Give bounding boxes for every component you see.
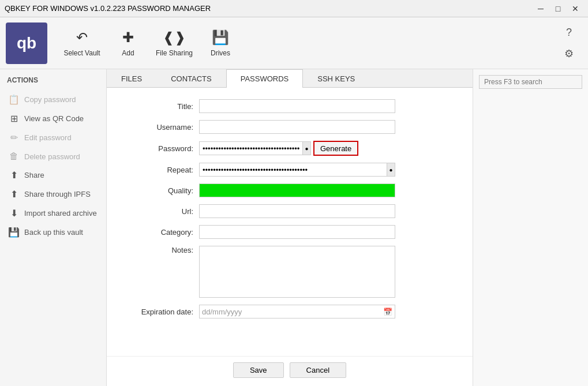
sidebar-item-7[interactable]: 💾Back up this vault [5,224,102,241]
sidebar-label-7: Back up this vault [24,228,83,237]
help-button[interactable]: ? [560,24,578,42]
maximize-button[interactable]: □ [550,2,566,16]
add-label: Add [122,49,134,57]
expiration-label: Expiration date: [124,308,193,316]
sidebar-item-5[interactable]: ⬆Share through IPFS [5,186,102,203]
sidebar-icon-6: ⬇ [8,208,20,219]
calendar-icon: 📅 [383,308,392,316]
minimize-button[interactable]: ─ [533,2,549,16]
add-icon: ✚ [122,29,134,46]
sidebar-item-0: 📋Copy password [5,91,102,108]
app-logo: qb [6,23,47,64]
category-input[interactable] [199,225,395,239]
password-input-area: ● Generate [199,141,358,156]
sidebar-icon-4: ⬆ [8,170,20,181]
toolbar-right: ? ⚙ [560,24,582,62]
url-label: Url: [124,207,193,216]
sidebar-label-2: Edit password [24,133,72,142]
sidebar-label-0: Copy password [24,95,76,104]
tab-contacts[interactable]: CONTACTS [156,69,226,88]
title-label: Title: [124,102,193,111]
notes-input[interactable] [199,246,395,298]
sidebar-label-1: View as QR Code [24,114,84,123]
sidebar-item-6[interactable]: ⬇Import shared archive [5,205,102,222]
generate-button[interactable]: Generate [313,141,358,156]
category-label: Category: [124,228,193,237]
select-vault-label: Select Vault [63,49,100,57]
repeat-peek-button[interactable]: ● [387,163,395,176]
save-button[interactable]: Save [233,362,284,378]
add-button[interactable]: ✚ Add [105,20,151,66]
repeat-label: Repeat: [124,166,193,174]
username-row: Username: [124,120,455,134]
sidebar-icon-7: 💾 [8,227,20,238]
sidebar-label-6: Import shared archive [24,209,97,218]
password-input-wrap: ● [199,141,311,155]
settings-button[interactable]: ⚙ [560,45,578,62]
tabs: FILESCONTACTSPASSWORDSSSH KEYS [107,69,473,88]
date-placeholder: dd/mm/yyyy [202,308,242,316]
notes-label: Notes: [124,246,193,254]
sidebar-item-1[interactable]: ⊞View as QR Code [5,110,102,127]
main-area: ACTIONS 📋Copy password⊞View as QR Code✏E… [0,69,588,386]
password-form: Title: Username: Password: ● Generate Re… [107,88,473,356]
repeat-row: Repeat: ● [124,163,455,177]
quality-row: Quality: [124,183,455,197]
cancel-button[interactable]: Cancel [290,362,346,378]
search-input[interactable] [479,75,582,89]
drives-label: Drives [211,49,230,57]
username-label: Username: [124,123,193,132]
expiration-row: Expiration date: dd/mm/yyyy 📅 [124,305,455,318]
sidebar-icon-2: ✏ [8,132,20,143]
sidebar: ACTIONS 📋Copy password⊞View as QR Code✏E… [0,69,107,386]
sidebar-icon-0: 📋 [8,94,20,105]
category-row: Category: [124,225,455,239]
tab-ssh-keys[interactable]: SSH KEYS [303,69,369,88]
sidebar-icon-3: 🗑 [8,151,20,162]
right-panel [473,69,588,386]
password-row: Password: ● Generate [124,141,455,156]
back-icon: ↶ [76,29,88,46]
tab-files[interactable]: FILES [107,69,156,88]
quality-label: Quality: [124,186,193,195]
sidebar-label-4: Share [24,171,44,179]
file-sharing-label: File Sharing [156,49,193,57]
window-controls: ─ □ ✕ [533,2,583,16]
titlebar: QBKEY FOR WINDOWS v1.0.2.223 PASSWORD MA… [0,0,588,17]
title-row: Title: [124,99,455,113]
close-button[interactable]: ✕ [567,2,583,16]
sidebar-title: ACTIONS [5,76,102,84]
file-sharing-button[interactable]: ❰❱ File Sharing [151,20,197,66]
date-input-wrap[interactable]: dd/mm/yyyy 📅 [199,305,395,318]
url-input[interactable] [199,204,395,218]
quality-bar [200,184,395,197]
sidebar-item-2: ✏Edit password [5,129,102,146]
form-footer: Save Cancel [107,356,473,386]
password-input[interactable] [200,142,302,155]
select-vault-button[interactable]: ↶ Select Vault [59,20,105,66]
app-title: QBKEY FOR WINDOWS v1.0.2.223 PASSWORD MA… [5,4,211,13]
sidebar-icon-1: ⊞ [8,113,20,124]
sidebar-label-3: Delete password [24,152,80,161]
drives-button[interactable]: 💾 Drives [197,20,244,66]
sidebar-label-5: Share through IPFS [24,190,91,198]
quality-bar-container [199,183,395,197]
repeat-input[interactable] [200,163,387,176]
share-icon: ❰❱ [163,29,186,46]
toolbar: qb ↶ Select Vault ✚ Add ❰❱ File Sharing … [0,17,588,69]
drives-icon: 💾 [212,29,229,46]
sidebar-icon-5: ⬆ [8,189,20,200]
password-peek-button[interactable]: ● [302,142,310,155]
username-input[interactable] [199,120,395,134]
password-label: Password: [124,144,193,153]
repeat-input-wrap: ● [199,163,395,177]
tab-passwords[interactable]: PASSWORDS [226,69,304,88]
sidebar-item-3: 🗑Delete password [5,148,102,164]
sidebar-item-4[interactable]: ⬆Share [5,167,102,183]
url-row: Url: [124,204,455,218]
notes-row: Notes: [124,246,455,298]
title-input[interactable] [199,99,395,113]
content-panel: FILESCONTACTSPASSWORDSSSH KEYS Title: Us… [107,69,473,386]
